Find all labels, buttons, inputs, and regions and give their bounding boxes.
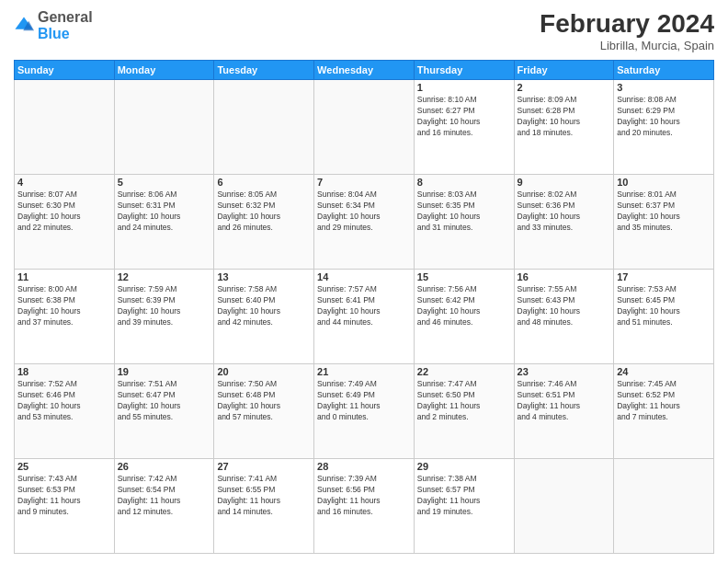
day-number: 3 — [617, 82, 711, 93]
day-number: 14 — [317, 271, 411, 282]
calendar-week-2: 4Sunrise: 8:07 AMSunset: 6:30 PMDaylight… — [15, 175, 714, 270]
day-number: 2 — [518, 82, 611, 93]
calendar-day-cell — [514, 459, 614, 554]
calendar-day-cell: 2Sunrise: 8:09 AMSunset: 6:28 PMDaylight… — [514, 80, 614, 175]
header: General Blue February 2024 Librilla, Mur… — [14, 9, 714, 52]
day-number: 6 — [217, 177, 311, 188]
calendar-day-cell: 3Sunrise: 8:08 AMSunset: 6:29 PMDaylight… — [614, 80, 714, 175]
day-info: Sunrise: 7:53 AMSunset: 6:45 PMDaylight:… — [617, 284, 711, 328]
calendar-day-cell: 24Sunrise: 7:45 AMSunset: 6:52 PMDayligh… — [614, 364, 714, 459]
logo: General Blue — [14, 9, 93, 41]
calendar-week-1: 1Sunrise: 8:10 AMSunset: 6:27 PMDaylight… — [15, 80, 714, 175]
day-number: 19 — [118, 366, 211, 377]
day-info: Sunrise: 7:47 AMSunset: 6:50 PMDaylight:… — [417, 379, 511, 423]
day-number: 16 — [518, 271, 611, 282]
day-number: 11 — [17, 271, 111, 282]
page: General Blue February 2024 Librilla, Mur… — [0, 0, 728, 563]
logo-general: General — [38, 9, 93, 25]
day-info: Sunrise: 7:59 AMSunset: 6:39 PMDaylight:… — [118, 284, 211, 328]
calendar-day-cell: 13Sunrise: 7:58 AMSunset: 6:40 PMDayligh… — [214, 270, 314, 364]
calendar-week-4: 18Sunrise: 7:52 AMSunset: 6:46 PMDayligh… — [15, 364, 714, 459]
calendar-day-cell — [214, 80, 314, 175]
calendar-day-cell: 26Sunrise: 7:42 AMSunset: 6:54 PMDayligh… — [114, 459, 214, 554]
day-info: Sunrise: 8:03 AMSunset: 6:35 PMDaylight:… — [417, 190, 511, 234]
calendar-header-monday: Monday — [114, 61, 214, 80]
day-number: 15 — [417, 271, 511, 282]
day-number: 20 — [217, 366, 311, 377]
calendar-day-cell: 15Sunrise: 7:56 AMSunset: 6:42 PMDayligh… — [414, 270, 514, 364]
logo-text: General Blue — [38, 9, 93, 41]
day-number: 29 — [417, 461, 511, 472]
calendar-day-cell: 17Sunrise: 7:53 AMSunset: 6:45 PMDayligh… — [614, 270, 714, 364]
day-info: Sunrise: 7:49 AMSunset: 6:49 PMDaylight:… — [317, 379, 411, 423]
day-info: Sunrise: 8:07 AMSunset: 6:30 PMDaylight:… — [17, 190, 111, 234]
day-number: 22 — [417, 366, 511, 377]
calendar-day-cell — [314, 80, 415, 175]
calendar-week-3: 11Sunrise: 8:00 AMSunset: 6:38 PMDayligh… — [15, 270, 714, 364]
title-block: February 2024 Librilla, Murcia, Spain — [540, 9, 714, 52]
day-number: 17 — [617, 271, 711, 282]
calendar-header-wednesday: Wednesday — [314, 61, 415, 80]
day-info: Sunrise: 7:52 AMSunset: 6:46 PMDaylight:… — [17, 379, 111, 423]
calendar-day-cell: 1Sunrise: 8:10 AMSunset: 6:27 PMDaylight… — [414, 80, 514, 175]
day-info: Sunrise: 8:06 AMSunset: 6:31 PMDaylight:… — [118, 190, 211, 234]
day-info: Sunrise: 8:04 AMSunset: 6:34 PMDaylight:… — [317, 190, 411, 234]
day-info: Sunrise: 8:09 AMSunset: 6:28 PMDaylight:… — [518, 95, 611, 139]
calendar-day-cell — [15, 80, 115, 175]
calendar-day-cell: 5Sunrise: 8:06 AMSunset: 6:31 PMDaylight… — [114, 175, 214, 270]
day-info: Sunrise: 7:56 AMSunset: 6:42 PMDaylight:… — [417, 284, 511, 328]
calendar-day-cell: 23Sunrise: 7:46 AMSunset: 6:51 PMDayligh… — [514, 364, 614, 459]
calendar-day-cell: 28Sunrise: 7:39 AMSunset: 6:56 PMDayligh… — [314, 459, 415, 554]
day-info: Sunrise: 7:57 AMSunset: 6:41 PMDaylight:… — [317, 284, 411, 328]
calendar-table: SundayMondayTuesdayWednesdayThursdayFrid… — [14, 60, 714, 554]
calendar-day-cell: 8Sunrise: 8:03 AMSunset: 6:35 PMDaylight… — [414, 175, 514, 270]
day-number: 24 — [617, 366, 711, 377]
day-number: 7 — [317, 177, 411, 188]
calendar-day-cell: 20Sunrise: 7:50 AMSunset: 6:48 PMDayligh… — [214, 364, 314, 459]
calendar-header-tuesday: Tuesday — [214, 61, 314, 80]
calendar-day-cell: 10Sunrise: 8:01 AMSunset: 6:37 PMDayligh… — [614, 175, 714, 270]
calendar-day-cell: 6Sunrise: 8:05 AMSunset: 6:32 PMDaylight… — [214, 175, 314, 270]
day-info: Sunrise: 8:10 AMSunset: 6:27 PMDaylight:… — [417, 95, 511, 139]
day-number: 10 — [617, 177, 711, 188]
calendar-header-sunday: Sunday — [15, 61, 115, 80]
day-number: 18 — [17, 366, 111, 377]
day-number: 28 — [317, 461, 411, 472]
logo-icon — [14, 16, 34, 36]
calendar-header-thursday: Thursday — [414, 61, 514, 80]
day-info: Sunrise: 7:51 AMSunset: 6:47 PMDaylight:… — [118, 379, 211, 423]
day-number: 25 — [17, 461, 111, 472]
calendar-day-cell: 22Sunrise: 7:47 AMSunset: 6:50 PMDayligh… — [414, 364, 514, 459]
day-info: Sunrise: 8:05 AMSunset: 6:32 PMDaylight:… — [217, 190, 311, 234]
day-number: 21 — [317, 366, 411, 377]
calendar-day-cell: 12Sunrise: 7:59 AMSunset: 6:39 PMDayligh… — [114, 270, 214, 364]
calendar-day-cell: 18Sunrise: 7:52 AMSunset: 6:46 PMDayligh… — [15, 364, 115, 459]
calendar-day-cell: 7Sunrise: 8:04 AMSunset: 6:34 PMDaylight… — [314, 175, 415, 270]
day-info: Sunrise: 7:46 AMSunset: 6:51 PMDaylight:… — [518, 379, 611, 423]
month-title: February 2024 — [540, 9, 714, 39]
calendar-day-cell: 9Sunrise: 8:02 AMSunset: 6:36 PMDaylight… — [514, 175, 614, 270]
calendar-week-5: 25Sunrise: 7:43 AMSunset: 6:53 PMDayligh… — [15, 459, 714, 554]
day-number: 27 — [217, 461, 311, 472]
calendar-day-cell — [614, 459, 714, 554]
day-number: 13 — [217, 271, 311, 282]
calendar-header-row: SundayMondayTuesdayWednesdayThursdayFrid… — [15, 61, 714, 80]
day-info: Sunrise: 7:38 AMSunset: 6:57 PMDaylight:… — [417, 474, 511, 518]
day-info: Sunrise: 8:00 AMSunset: 6:38 PMDaylight:… — [17, 284, 111, 328]
day-number: 23 — [518, 366, 611, 377]
day-number: 5 — [118, 177, 211, 188]
calendar-day-cell: 25Sunrise: 7:43 AMSunset: 6:53 PMDayligh… — [15, 459, 115, 554]
day-number: 1 — [417, 82, 511, 93]
logo-blue: Blue — [38, 26, 70, 41]
calendar-day-cell: 21Sunrise: 7:49 AMSunset: 6:49 PMDayligh… — [314, 364, 415, 459]
calendar-day-cell: 29Sunrise: 7:38 AMSunset: 6:57 PMDayligh… — [414, 459, 514, 554]
location: Librilla, Murcia, Spain — [540, 39, 714, 52]
day-number: 26 — [118, 461, 211, 472]
calendar-day-cell: 11Sunrise: 8:00 AMSunset: 6:38 PMDayligh… — [15, 270, 115, 364]
day-info: Sunrise: 8:01 AMSunset: 6:37 PMDaylight:… — [617, 190, 711, 234]
day-number: 8 — [417, 177, 511, 188]
calendar-day-cell — [114, 80, 214, 175]
calendar-header-saturday: Saturday — [614, 61, 714, 80]
day-info: Sunrise: 7:41 AMSunset: 6:55 PMDaylight:… — [217, 474, 311, 518]
day-info: Sunrise: 7:43 AMSunset: 6:53 PMDaylight:… — [17, 474, 111, 518]
